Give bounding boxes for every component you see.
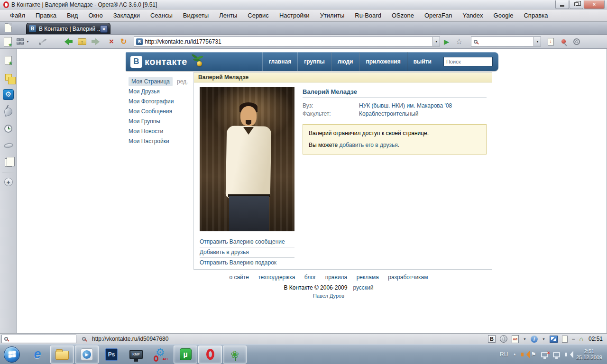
menu-widgets[interactable]: Виджеты <box>178 9 214 21</box>
pavel-durov-link[interactable]: Павел Дуров <box>179 293 478 299</box>
bookmarks-panel-icon[interactable] <box>5 56 12 65</box>
menu-settings[interactable]: Настройки <box>274 9 315 21</box>
menu-view[interactable]: Вид <box>62 9 83 21</box>
university-link[interactable]: НУК (бывш. НКИ) им. Макарова '08 <box>359 102 452 109</box>
add-friend-link[interactable]: добавить его в друзья <box>339 142 397 148</box>
sidebar-item-my-page[interactable]: Моя Страница ред. <box>129 76 190 86</box>
vk-nav-main[interactable]: главная <box>262 52 297 71</box>
notes-panel-icon[interactable] <box>5 74 12 81</box>
network-icon[interactable] <box>553 352 560 357</box>
bold-toggle-icon[interactable]: B <box>488 335 496 343</box>
add-to-friends-link[interactable]: Добавить в друзья <box>200 247 294 258</box>
tile-view-caret-icon[interactable]: ▼ <box>26 40 29 43</box>
page-icon[interactable] <box>562 336 568 343</box>
taskbar-opera-ac[interactable]: ⚙ AC <box>149 346 173 364</box>
menu-utilities[interactable]: Утилиты <box>315 9 350 21</box>
taskbar-clock[interactable]: 2:51 25.12.2009 <box>576 348 602 361</box>
language-indicator[interactable]: RU <box>500 351 508 358</box>
taskbar-ie[interactable]: e <box>26 346 49 364</box>
tile-view-icon[interactable] <box>17 38 24 45</box>
new-tab-icon[interactable] <box>5 23 12 32</box>
tray-expand-icon[interactable]: ▲ <box>513 352 516 356</box>
sidebar-item-groups[interactable]: Мои Группы <box>129 116 190 126</box>
sidebar-item-messages[interactable]: Мои Сообщения <box>129 106 190 116</box>
volume-orange-icon[interactable] <box>521 353 524 356</box>
address-dropdown-icon[interactable]: ▼ <box>432 37 440 46</box>
minimize-button[interactable] <box>555 0 569 9</box>
taskbar-media-player[interactable]: ▶ <box>75 346 99 364</box>
network-error-icon[interactable]: × <box>541 352 548 357</box>
menu-sessions[interactable]: Сеансы <box>145 9 178 21</box>
statusbar-search-input[interactable] <box>10 336 76 342</box>
send-message-link[interactable]: Отправить Валерию сообщение <box>200 237 294 247</box>
bookmark-star-icon[interactable]: ☆ <box>456 37 462 46</box>
windows-panel-icon[interactable] <box>5 158 12 167</box>
address-input[interactable] <box>145 38 432 45</box>
minimize-status-icon[interactable]: – <box>572 336 575 342</box>
footer-about-link[interactable]: о сайте <box>229 274 248 281</box>
action-center-icon[interactable]: ⚑ <box>531 351 536 358</box>
pin-icon[interactable] <box>561 39 566 44</box>
sidebar-edit-link[interactable]: ред. <box>177 78 188 85</box>
stop-button[interactable]: × <box>109 37 114 46</box>
info-caret-icon[interactable]: ▼ <box>542 337 545 341</box>
up-button[interactable]: ↑ <box>78 38 86 45</box>
taskbar-kmplayer[interactable]: KMP <box>124 346 148 364</box>
sidebar-item-news[interactable]: Мои Новости <box>129 126 190 136</box>
taskbar-flower-app[interactable]: ❀ <box>223 346 247 364</box>
menu-tools[interactable]: Сервис <box>242 9 274 21</box>
menu-file[interactable]: Файл <box>5 9 30 21</box>
footer-support-link[interactable]: техподдержка <box>258 274 295 281</box>
menu-feeds[interactable]: Ленты <box>214 9 242 21</box>
vk-search-input[interactable] <box>443 57 493 66</box>
sessions-panel-icon[interactable] <box>3 143 13 149</box>
ad-blocker-icon[interactable]: ad <box>512 335 519 343</box>
vk-logo[interactable]: В контакте <box>130 56 187 68</box>
home-icon[interactable]: ⌂ <box>579 335 583 343</box>
menu-ruboard[interactable]: Ru-Board <box>349 9 386 21</box>
close-button[interactable]: × <box>584 0 605 9</box>
footer-ads-link[interactable]: реклама <box>357 274 379 281</box>
vk-nav-people[interactable]: люди <box>331 52 359 71</box>
back-button[interactable] <box>61 38 73 46</box>
ad-caret-icon[interactable]: ▼ <box>523 337 526 341</box>
taskbar-utorrent[interactable]: µ <box>174 346 197 364</box>
profile-photo[interactable] <box>200 87 294 231</box>
menu-oszone[interactable]: OSzone <box>386 9 419 21</box>
volume-icon[interactable] <box>565 353 567 356</box>
footer-developers-link[interactable]: разработчикам <box>388 274 428 281</box>
search-dropdown-icon[interactable]: ▼ <box>533 37 541 46</box>
menu-edit[interactable]: Правка <box>30 9 62 21</box>
info-icon[interactable]: i <box>531 336 538 343</box>
history-panel-icon[interactable] <box>4 125 12 133</box>
panels-toggle-icon[interactable] <box>4 37 12 46</box>
sidebar-item-settings[interactable]: Мои Настройки <box>129 136 190 146</box>
menu-bookmarks[interactable]: Закладки <box>108 9 145 21</box>
taskbar-opera[interactable] <box>198 346 222 364</box>
sidebar-item-photos[interactable]: Мои Фотографии <box>129 96 190 106</box>
menu-operafan[interactable]: OperaFan <box>419 9 458 21</box>
menu-yandex[interactable]: Yandex <box>457 9 488 21</box>
taskbar-explorer[interactable] <box>50 346 74 364</box>
vk-nav-groups[interactable]: группы <box>297 52 331 71</box>
widgets-panel-icon[interactable]: ⚙ <box>3 89 14 100</box>
add-panel-icon[interactable]: + <box>4 178 13 186</box>
restore-button[interactable] <box>570 0 583 9</box>
tab-close-icon[interactable]: × <box>100 25 108 33</box>
fit-to-width-icon[interactable] <box>573 38 580 45</box>
go-button[interactable]: ▶ <box>444 38 449 46</box>
taskbar-photoshop[interactable]: Ps <box>100 346 123 364</box>
send-gift-link[interactable]: Отправить Валерию подарок <box>200 258 294 268</box>
forward-button[interactable] <box>92 38 103 46</box>
faculty-link[interactable]: Кораблестроительный <box>359 110 418 117</box>
vk-nav-apps[interactable]: приложения <box>359 52 406 71</box>
window-titlebar[interactable]: В Контакте | Валерий Меладзе - Opera® AC… <box>0 0 607 9</box>
edit-pencil-icon[interactable] <box>39 38 47 44</box>
menu-google[interactable]: Google <box>488 9 519 21</box>
language-link[interactable]: русский <box>353 284 373 291</box>
toolbar-search-input[interactable] <box>480 39 533 45</box>
footer-rules-link[interactable]: правила <box>325 274 348 281</box>
footer-blog-link[interactable]: блог <box>304 274 316 281</box>
tab-vkontakte[interactable]: В В Контакте | Валерий ... × <box>26 23 110 34</box>
links-panel-icon[interactable] <box>3 107 13 117</box>
